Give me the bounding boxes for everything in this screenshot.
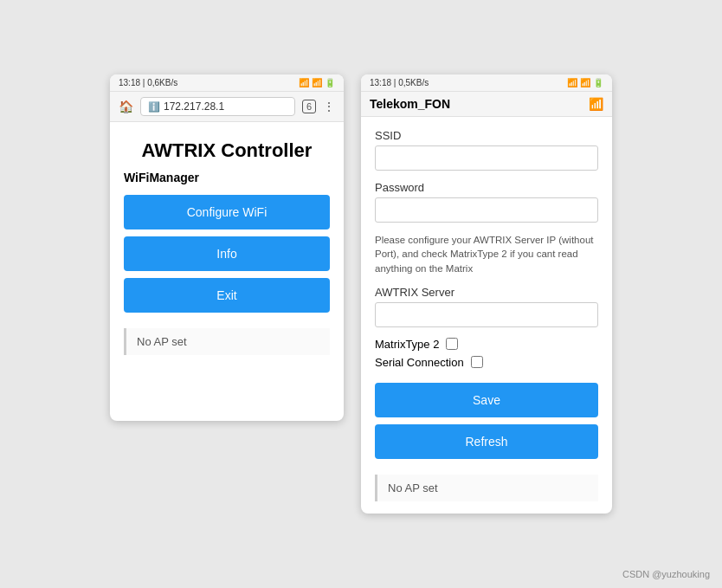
- no-ap-status-right: No AP set: [375, 475, 598, 501]
- awtrix-server-input[interactable]: [375, 302, 598, 327]
- network-name-bar: Telekom_FON 📶: [361, 92, 612, 117]
- network-name-label: Telekom_FON: [370, 97, 450, 111]
- awtrix-server-group: AWTRIX Server: [375, 286, 598, 327]
- right-form-body: SSID Password Please configure your AWTR…: [361, 117, 612, 513]
- left-phone-body: AWTRIX Controller WiFiManager Configure …: [110, 122, 344, 372]
- serial-connection-label: Serial Connection: [375, 356, 464, 369]
- section-label: WiFiManager: [124, 171, 330, 184]
- info-description: Please configure your AWTRIX Server IP (…: [375, 233, 598, 275]
- right-status-icons: 📶 📶 🔋: [567, 78, 603, 87]
- no-ap-text-right: No AP set: [388, 481, 438, 494]
- url-text[interactable]: 172.217.28.1: [164, 100, 224, 113]
- matrix-type-label: MatrixType 2: [375, 338, 439, 351]
- app-title: AWTRIX Controller: [124, 139, 330, 162]
- configure-wifi-button[interactable]: Configure WiFi: [124, 195, 330, 229]
- no-ap-status-left: No AP set: [124, 328, 330, 355]
- left-status-left: 13:18 | 0,6KB/s: [119, 78, 177, 87]
- right-status-left: 13:18 | 0,5KB/s: [370, 78, 429, 87]
- serial-connection-group: Serial Connection: [375, 356, 598, 369]
- refresh-button[interactable]: Refresh: [375, 424, 598, 459]
- right-phone: 13:18 | 0,5KB/s 📶 📶 🔋 Telekom_FON 📶 SSID…: [361, 74, 612, 513]
- no-ap-text-left: No AP set: [137, 335, 187, 348]
- info-circle-icon: ℹ️: [148, 101, 160, 113]
- awtrix-server-label: AWTRIX Server: [375, 286, 598, 299]
- left-status-icons: 📶 📶 🔋: [299, 78, 335, 87]
- signal-icon: 📶: [589, 97, 603, 111]
- tab-count-badge[interactable]: 6: [302, 100, 316, 113]
- watermark-text: CSDN @yuzhouking: [622, 569, 710, 579]
- password-label: Password: [375, 181, 598, 194]
- matrix-type-checkbox[interactable]: [446, 338, 458, 350]
- password-group: Password: [375, 181, 598, 223]
- menu-icon[interactable]: ⋮: [323, 100, 335, 113]
- home-icon[interactable]: 🏠: [119, 100, 133, 113]
- password-input[interactable]: [375, 197, 598, 223]
- exit-button[interactable]: Exit: [124, 278, 330, 313]
- right-status-bar: 13:18 | 0,5KB/s 📶 📶 🔋: [361, 74, 612, 92]
- info-button[interactable]: Info: [124, 236, 330, 271]
- save-button[interactable]: Save: [375, 383, 598, 417]
- left-phone: 13:18 | 0,6KB/s 📶 📶 🔋 🏠 ℹ️ 172.217.28.1 …: [110, 74, 344, 421]
- url-input-field[interactable]: ℹ️ 172.217.28.1: [140, 97, 295, 116]
- left-status-bar: 13:18 | 0,6KB/s 📶 📶 🔋: [110, 74, 344, 92]
- ssid-input[interactable]: [375, 145, 598, 171]
- matrix-type-group: MatrixType 2: [375, 338, 598, 351]
- serial-connection-checkbox[interactable]: [471, 356, 483, 368]
- ssid-group: SSID: [375, 129, 598, 171]
- ssid-label: SSID: [375, 129, 598, 142]
- address-bar[interactable]: 🏠 ℹ️ 172.217.28.1 6 ⋮: [110, 92, 344, 122]
